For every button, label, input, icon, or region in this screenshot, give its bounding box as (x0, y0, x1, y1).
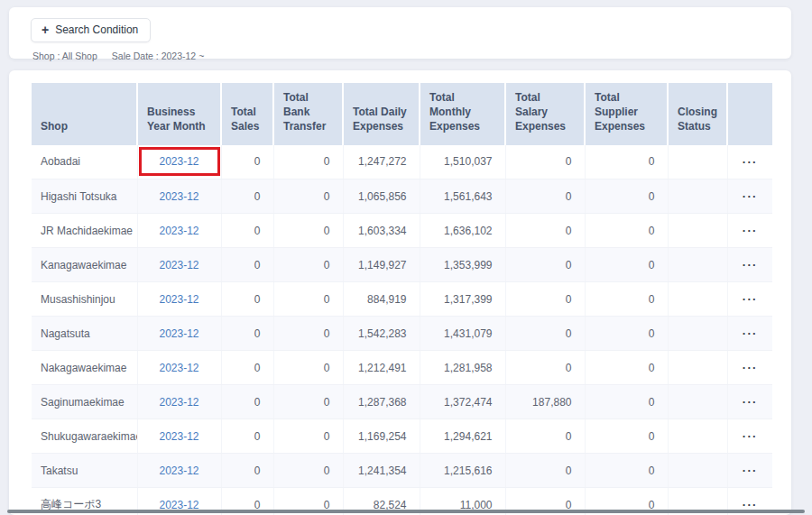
row-actions-button[interactable]: ... (743, 290, 758, 303)
total-supplier-expenses-cell: 0 (585, 385, 668, 419)
column-header (727, 83, 772, 145)
total-sales-cell: 0 (221, 282, 273, 317)
business-year-month-link[interactable]: 2023-12 (159, 430, 198, 443)
total-daily-expenses-cell: 1,247,272 (343, 145, 420, 179)
total-bank-transfer-cell: 0 (273, 419, 343, 454)
table-row: Shukugawaraekimae2023-12001,169,2541,294… (32, 419, 772, 454)
filter-sale-date: Sale Date : 2023-12 ~ (112, 51, 204, 61)
business-year-month-link[interactable]: 2023-12 (159, 396, 198, 409)
total-bank-transfer-cell: 0 (273, 179, 343, 214)
total-supplier-expenses-cell: 0 (585, 214, 668, 248)
row-actions-button[interactable]: ... (743, 392, 758, 406)
closing-status-cell (668, 351, 727, 385)
total-salary-expenses-cell: 0 (505, 317, 585, 351)
total-supplier-expenses-cell: 0 (585, 317, 668, 351)
total-bank-transfer-cell: 0 (273, 248, 343, 282)
search-condition-label: Search Condition (55, 23, 138, 36)
total-bank-transfer-cell: 0 (273, 351, 343, 385)
total-daily-expenses-cell: 1,065,856 (343, 179, 420, 214)
shop-cell: Musashishinjou (32, 282, 137, 317)
business-year-month-link[interactable]: 2023-12 (159, 327, 198, 340)
total-salary-expenses-cell: 0 (505, 179, 585, 214)
total-salary-expenses-cell: 187,880 (505, 385, 585, 419)
table-row: Aobadai2023-12001,247,2721,510,03700... (32, 145, 772, 179)
results-card: ShopBusiness Year MonthTotal SalesTotal … (9, 70, 791, 515)
total-bank-transfer-cell: 0 (273, 454, 343, 488)
row-actions-button[interactable]: ... (743, 358, 758, 372)
total-salary-expenses-cell: 0 (505, 248, 585, 282)
total-sales-cell: 0 (221, 419, 273, 454)
column-header: Total Monthly Expenses (420, 83, 505, 145)
total-supplier-expenses-cell: 0 (585, 351, 668, 385)
closing-status-cell (668, 248, 727, 282)
total-monthly-expenses-cell: 1,294,621 (420, 419, 505, 454)
active-filters: Shop : All Shop Sale Date : 2023-12 ~ (32, 51, 791, 61)
business-year-month-link[interactable]: 2023-12 (159, 293, 198, 306)
business-year-month-link[interactable]: 2023-12 (159, 155, 198, 168)
table-row: Takatsu2023-12001,241,3541,215,61600... (32, 454, 772, 488)
total-daily-expenses-cell: 1,169,254 (343, 419, 420, 454)
total-daily-expenses-cell: 1,149,927 (343, 248, 420, 282)
shop-cell: Saginumaekimae (32, 385, 137, 419)
table-row: Nagatsuta2023-12001,542,2831,431,07900..… (32, 317, 772, 351)
row-actions-button[interactable]: ... (743, 152, 758, 166)
table-row: Kanagawaekimae2023-12001,149,9271,353,99… (32, 248, 772, 282)
horizontal-scrollbar[interactable] (7, 510, 805, 513)
column-header: Total Daily Expenses (343, 83, 420, 145)
total-monthly-expenses-cell: 1,317,399 (420, 282, 505, 317)
closing-status-cell (668, 179, 727, 214)
shop-cell: Shukugawaraekimae (32, 419, 137, 454)
total-sales-cell: 0 (221, 179, 273, 214)
table-row: Musashishinjou2023-1200884,9191,317,3990… (32, 282, 772, 317)
row-actions-button[interactable]: ... (743, 187, 758, 200)
column-header: Business Year Month (137, 83, 221, 145)
total-daily-expenses-cell: 1,241,354 (343, 454, 420, 488)
column-header: Total Salary Expenses (505, 83, 585, 145)
shop-cell: Nakagawaekimae (32, 351, 137, 385)
total-monthly-expenses-cell: 1,431,079 (420, 317, 505, 351)
shop-cell: JR Machidaekimae (32, 214, 137, 248)
row-actions-button[interactable]: ... (743, 495, 758, 509)
row-actions-button[interactable]: ... (743, 255, 758, 269)
row-actions-button[interactable]: ... (743, 221, 758, 235)
column-header: Closing Status (668, 83, 727, 145)
total-sales-cell: 0 (221, 385, 273, 419)
total-daily-expenses-cell: 1,542,283 (343, 317, 420, 351)
total-supplier-expenses-cell: 0 (585, 248, 668, 282)
total-salary-expenses-cell: 0 (505, 214, 585, 248)
business-year-month-link[interactable]: 2023-12 (159, 362, 198, 374)
total-supplier-expenses-cell: 0 (585, 454, 668, 488)
column-header: Total Supplier Expenses (585, 83, 668, 145)
total-daily-expenses-cell: 884,919 (343, 282, 420, 317)
total-sales-cell: 0 (221, 454, 273, 488)
total-bank-transfer-cell: 0 (273, 385, 343, 419)
total-supplier-expenses-cell: 0 (585, 419, 668, 454)
search-condition-card: + Search Condition Shop : All Shop Sale … (9, 7, 791, 59)
total-monthly-expenses-cell: 1,281,958 (420, 351, 505, 385)
closing-status-cell (668, 419, 727, 454)
closing-status-cell (668, 317, 727, 351)
row-actions-button[interactable]: ... (743, 427, 758, 440)
table-row: Higashi Totsuka2023-12001,065,8561,561,6… (32, 179, 772, 214)
total-bank-transfer-cell: 0 (273, 145, 343, 179)
total-daily-expenses-cell: 1,287,368 (343, 385, 420, 419)
search-condition-button[interactable]: + Search Condition (31, 18, 151, 42)
row-actions-button[interactable]: ... (743, 461, 758, 474)
business-year-month-link[interactable]: 2023-12 (159, 225, 198, 237)
column-header: Total Bank Transfer (273, 83, 343, 145)
total-monthly-expenses-cell: 1,510,037 (420, 145, 505, 179)
business-year-month-link[interactable]: 2023-12 (159, 259, 198, 271)
total-sales-cell: 0 (221, 317, 273, 351)
closing-status-cell (668, 282, 727, 317)
total-monthly-expenses-cell: 1,353,999 (420, 248, 505, 282)
total-salary-expenses-cell: 0 (505, 419, 585, 454)
total-daily-expenses-cell: 1,603,334 (343, 214, 420, 248)
row-actions-button[interactable]: ... (743, 324, 758, 337)
total-bank-transfer-cell: 0 (273, 317, 343, 351)
business-year-month-link[interactable]: 2023-12 (159, 190, 198, 203)
total-bank-transfer-cell: 0 (273, 214, 343, 248)
total-daily-expenses-cell: 1,212,491 (343, 351, 420, 385)
closing-status-cell (668, 385, 727, 419)
business-year-month-link[interactable]: 2023-12 (159, 464, 198, 477)
table-row: Nakagawaekimae2023-12001,212,4911,281,95… (32, 351, 772, 385)
